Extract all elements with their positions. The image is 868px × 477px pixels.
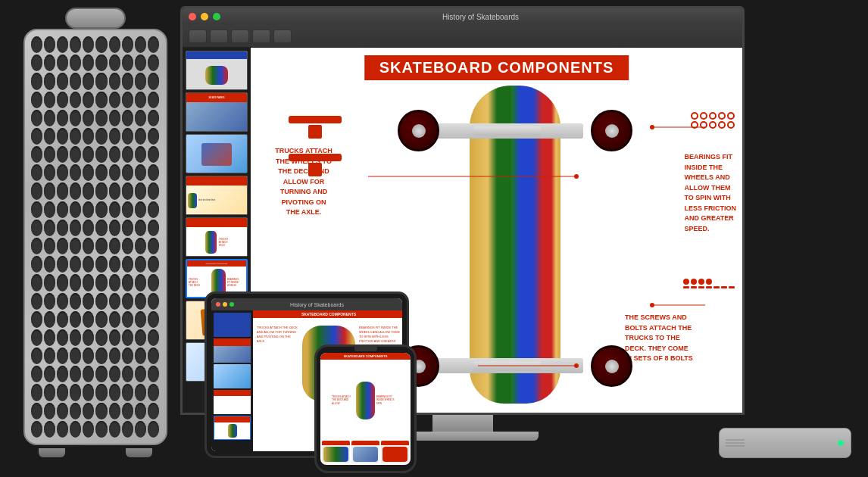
iphone-mini-1[interactable] [322,441,350,463]
ipad-thumb-1[interactable] [214,313,251,337]
mac-pro-hole [148,220,159,236]
mac-pro-hole [44,421,55,438]
mac-mini-power-light [838,441,843,445]
close-button[interactable] [189,13,196,20]
svg-point-3 [650,303,654,307]
mac-pro-hole [44,348,55,364]
vent-line-1 [726,440,745,441]
iphone-bearings-label: BEARINGS FIT INSIDE WHEELS SPIN [376,395,399,405]
mac-pro-hole [44,256,55,273]
mac-pro-hole [57,146,68,163]
ipad-thumb-4[interactable] [214,390,251,414]
mac-pro-hole [135,55,146,71]
iphone-body: skateboard components TRUCKS ATTACH THE … [314,344,417,473]
app-title: History of Skateboards [225,13,736,21]
mac-pro-hole [95,238,107,254]
mac-pro-hole [44,366,55,382]
ipad-max[interactable] [229,302,234,307]
mac-pro-hole [70,311,81,328]
mac-pro-hole [83,110,94,126]
mac-pro-hole [83,201,94,218]
slide-thumb-5[interactable]: TRUCKSATTACHDECK [186,217,248,257]
slide-thumb-3[interactable] [186,134,248,173]
mac-pro-hole [44,36,55,53]
mac-pro-hole [31,421,42,438]
mac-pro-hole [135,73,146,89]
mac-pro-hole [83,256,94,273]
bearing-3 [709,112,717,120]
mac-pro-hole [57,110,68,126]
mac-pro-hole [122,201,133,218]
mac-pro-hole [135,366,146,382]
trucks-annotation: TRUCKS ATTACH THE WHEELS TO THE DECK AND… [262,146,345,218]
mac-pro-hole [122,329,133,346]
bearing-1 [691,112,698,120]
toolbar-btn-4[interactable] [252,30,270,43]
bearing-6 [691,121,698,129]
maximize-button[interactable] [213,13,220,20]
mac-pro-hole [31,92,42,108]
mac-pro-hole [109,73,120,89]
truck-bottom [432,358,583,373]
mac-pro-hole [44,274,55,291]
ipad-thumb-3[interactable] [214,364,251,388]
mac-pro-hole [57,201,68,218]
mac-pro-hole [57,421,68,438]
mac-pro-hole [83,366,94,382]
ipad-thumb-2[interactable] [214,338,251,363]
ipad-titlebar: History of Skateboards [211,298,402,310]
toolbar-btn-3[interactable] [231,30,249,43]
mac-pro-hole [57,238,68,254]
bolt-3 [698,286,704,288]
toolbar-btn-5[interactable] [273,30,292,43]
toolbar-btn-1[interactable] [189,30,207,43]
mac-pro-hole [70,55,81,71]
ipad-slide-panel[interactable] [211,310,253,451]
mac-pro-body [23,29,167,445]
mac-pro-hole [135,256,146,273]
mac-pro-hole [109,110,120,126]
mac-pro-foot-right [126,448,152,457]
mac-pro [14,8,176,462]
mac-pro-hole [135,201,146,218]
mac-pro-hole [148,73,159,89]
mac-pro-hole [148,384,159,401]
mac-pro-hole [135,238,146,254]
mac-pro-hole [83,421,94,438]
mac-pro-hole [148,238,159,254]
mac-pro-foot-left [39,448,65,457]
mac-pro-hole [70,182,81,199]
mac-pro-hole [44,73,55,89]
ipad-min[interactable] [223,302,227,307]
ipad-app-title: History of Skateboards [236,302,398,307]
mac-pro-hole [109,256,120,273]
iphone-mini-3[interactable] [381,441,409,463]
mac-pro-hole [148,92,159,108]
mac-pro-hole [95,92,107,108]
iphone-main-slide: TRUCKS ATTACH THE DECK AND ALLOW BEARING… [322,361,409,439]
mac-pro-hole [44,293,55,310]
mac-pro-hole [70,366,81,382]
mac-pro-hole [122,403,133,419]
mac-pro-hole [31,348,42,364]
mac-pro-hole [70,73,81,89]
iphone-mini-2[interactable] [351,441,379,463]
mac-pro-hole [44,201,55,218]
slide-thumb-2[interactable]: SKATE PARKS [186,92,248,132]
slide-thumb-4[interactable]: text text text text [186,176,248,215]
mac-pro-hole [95,293,107,310]
monitor-stand-neck [432,415,493,432]
mac-pro-hole [135,182,146,199]
wheel-bottom-right [591,345,632,387]
bearing-7 [700,121,707,129]
slide-thumb-1[interactable] [186,51,248,90]
mac-pro-hole [31,146,42,163]
ipad-thumb-5-active[interactable] [214,416,251,440]
mac-pro-hole [135,110,146,126]
mac-pro-hole [44,384,55,401]
mac-pro-hole [95,36,107,53]
ipad-close[interactable] [216,302,220,307]
minimize-button[interactable] [201,13,208,20]
mac-pro-hole [148,36,159,53]
toolbar-btn-2[interactable] [210,30,228,43]
